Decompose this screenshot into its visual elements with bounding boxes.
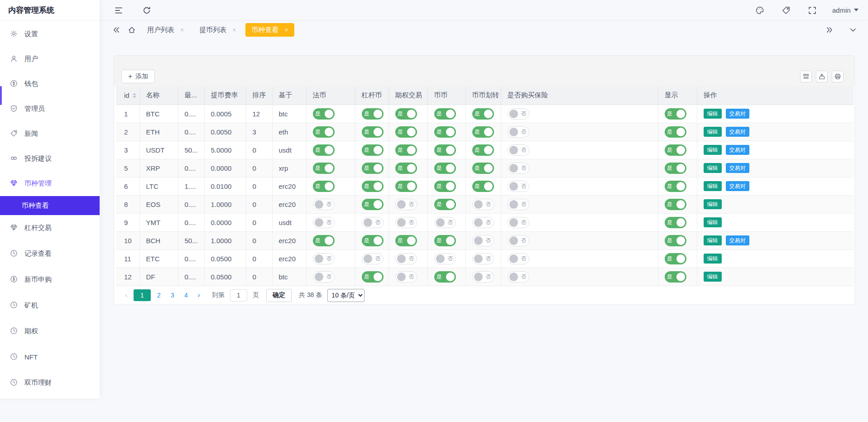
trading-pair-button[interactable]: 交易对	[726, 145, 749, 155]
transfer-toggle[interactable]: 否	[472, 199, 494, 210]
coin-toggle[interactable]: 否	[434, 217, 456, 228]
page-size-select[interactable]: 10 条/页	[327, 289, 364, 302]
fullscreen-icon[interactable]	[808, 6, 817, 15]
option-toggle[interactable]: 否	[395, 199, 417, 210]
insurance-toggle[interactable]: 否	[508, 163, 529, 174]
insurance-toggle[interactable]: 否	[508, 271, 529, 283]
transfer-toggle[interactable]: 是	[472, 144, 494, 156]
sort-icon[interactable]	[133, 93, 136, 98]
lever-toggle[interactable]: 否	[362, 217, 384, 228]
coin-toggle[interactable]: 是	[434, 144, 456, 156]
goto-page-input[interactable]	[230, 289, 247, 302]
page-number-4[interactable]: 4	[181, 289, 192, 301]
lever-toggle[interactable]: 是	[362, 271, 384, 283]
insurance-toggle[interactable]: 否	[508, 235, 529, 246]
option-toggle[interactable]: 是	[395, 235, 417, 246]
sidebar-item[interactable]: 记录查看	[0, 241, 100, 267]
transfer-toggle[interactable]: 是	[472, 108, 494, 120]
fiat-toggle[interactable]: 否	[313, 271, 335, 283]
edit-button[interactable]: 编辑	[704, 163, 722, 173]
insurance-toggle[interactable]: 否	[508, 144, 529, 156]
option-toggle[interactable]: 是	[395, 144, 417, 156]
palette-icon[interactable]	[755, 6, 764, 15]
fiat-toggle[interactable]: 否	[313, 253, 335, 264]
show-toggle[interactable]: 是	[665, 108, 686, 120]
sidebar-item[interactable]: 钱包	[0, 72, 100, 96]
fiat-toggle[interactable]: 是	[313, 126, 335, 138]
trading-pair-button[interactable]: 交易对	[726, 163, 749, 173]
transfer-toggle[interactable]: 是	[472, 126, 494, 138]
coin-toggle[interactable]: 是	[434, 181, 456, 192]
option-toggle[interactable]: 否	[395, 217, 417, 228]
sidebar-subitem-active[interactable]: 币种查看	[0, 196, 100, 215]
option-toggle[interactable]: 是	[395, 108, 417, 120]
fiat-toggle[interactable]: 否	[313, 217, 335, 228]
add-button[interactable]: + 添加	[121, 70, 155, 83]
lever-toggle[interactable]: 是	[362, 235, 384, 246]
sidebar-item[interactable]: 矿机	[0, 293, 100, 318]
show-toggle[interactable]: 是	[665, 144, 686, 156]
option-toggle[interactable]: 否	[395, 253, 417, 264]
page-number-2[interactable]: 2	[153, 289, 164, 301]
tabs-options-chevron-icon[interactable]	[847, 24, 859, 36]
columns-icon[interactable]	[800, 71, 812, 82]
insurance-toggle[interactable]: 否	[508, 181, 529, 192]
transfer-toggle[interactable]: 否	[472, 253, 494, 264]
tab-item[interactable]: 用户列表×	[141, 23, 190, 37]
prev-page-icon[interactable]: ‹	[120, 291, 132, 299]
edit-button[interactable]: 编辑	[704, 181, 722, 191]
tag-icon[interactable]	[782, 6, 791, 15]
show-toggle[interactable]: 是	[665, 253, 686, 264]
tab-item[interactable]: 提币列表×	[193, 23, 242, 37]
edit-button[interactable]: 编辑	[704, 145, 722, 155]
coin-toggle[interactable]: 是	[434, 271, 456, 283]
lever-toggle[interactable]: 是	[362, 144, 384, 156]
export-icon[interactable]	[816, 71, 828, 82]
edit-button[interactable]: 编辑	[704, 199, 722, 209]
sidebar-item[interactable]: 投拆建议	[0, 146, 100, 171]
show-toggle[interactable]: 是	[665, 181, 686, 192]
lever-toggle[interactable]: 是	[362, 181, 384, 192]
close-icon[interactable]: ×	[232, 27, 236, 33]
close-icon[interactable]: ×	[180, 27, 184, 33]
coin-toggle[interactable]: 是	[434, 108, 456, 120]
home-icon[interactable]	[126, 24, 138, 36]
sidebar-item[interactable]: 新闻	[0, 121, 100, 146]
show-toggle[interactable]: 是	[665, 199, 686, 210]
insurance-toggle[interactable]: 否	[508, 217, 529, 228]
fiat-toggle[interactable]: 否	[313, 199, 335, 210]
sidebar-item[interactable]: 双币理财	[0, 370, 100, 396]
close-icon[interactable]: ×	[284, 27, 288, 33]
trading-pair-button[interactable]: 交易对	[726, 127, 749, 137]
fiat-toggle[interactable]: 是	[313, 163, 335, 174]
sidebar-item[interactable]: 设置	[0, 22, 100, 47]
tabs-scroll-left-icon[interactable]	[110, 24, 122, 36]
trading-pair-button[interactable]: 交易对	[726, 235, 749, 245]
fiat-toggle[interactable]: 是	[313, 235, 335, 246]
show-toggle[interactable]: 是	[665, 217, 686, 228]
sidebar-item[interactable]: 杠杆交易	[0, 215, 100, 241]
insurance-toggle[interactable]: 否	[508, 126, 529, 138]
insurance-toggle[interactable]: 否	[508, 199, 529, 210]
show-toggle[interactable]: 是	[665, 271, 686, 283]
print-icon[interactable]	[832, 71, 844, 82]
coin-toggle[interactable]: 否	[434, 253, 456, 264]
fiat-toggle[interactable]: 是	[313, 181, 335, 192]
page-number-3[interactable]: 3	[167, 289, 178, 301]
confirm-button[interactable]: 确定	[266, 289, 292, 302]
coin-toggle[interactable]: 是	[434, 235, 456, 246]
user-menu[interactable]: admin	[832, 0, 858, 20]
edit-button[interactable]: 编辑	[704, 217, 722, 227]
insurance-toggle[interactable]: 否	[508, 253, 529, 264]
fiat-toggle[interactable]: 是	[313, 144, 335, 156]
show-toggle[interactable]: 是	[665, 126, 686, 138]
transfer-toggle[interactable]: 是	[472, 181, 494, 192]
sidebar-item[interactable]: 币种管理	[0, 171, 100, 196]
transfer-toggle[interactable]: 否	[472, 217, 494, 228]
fiat-toggle[interactable]: 是	[313, 108, 335, 120]
tabs-scroll-right-icon[interactable]	[824, 24, 835, 36]
lever-toggle[interactable]: 是	[362, 163, 384, 174]
sidebar-item[interactable]: 用户	[0, 47, 100, 72]
show-toggle[interactable]: 是	[665, 235, 686, 246]
refresh-icon[interactable]	[142, 6, 151, 15]
